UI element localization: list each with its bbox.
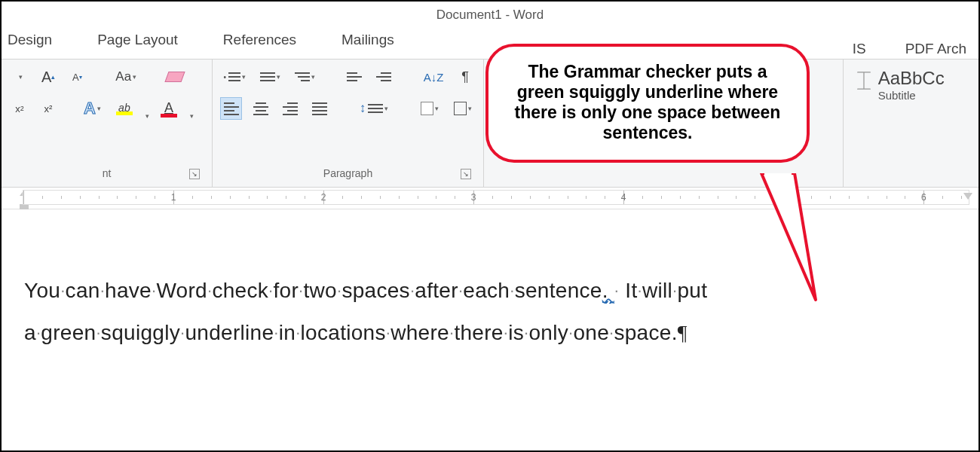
document-word: Word — [156, 279, 207, 302]
borders-icon — [454, 102, 467, 115]
style-subtitle[interactable]: ⌶ AaBbCc Subtitle — [851, 66, 971, 103]
space-mark-icon: · — [36, 323, 41, 342]
tab-references[interactable]: References — [219, 29, 301, 51]
highlight-swatch — [116, 111, 133, 115]
annotation-callout: The Grammar checker puts a green squiggl… — [485, 44, 810, 163]
document-word: put — [677, 279, 707, 302]
superscript-button[interactable]: x² — [38, 97, 59, 120]
increase-indent-icon — [376, 72, 391, 81]
right-indent-marker[interactable] — [963, 193, 972, 200]
align-left-button[interactable] — [220, 97, 242, 120]
font-group: ▾ A▴ A▾ Aa▾ x2 x² A▾ ab ▾ A — [2, 60, 213, 187]
document-word: sentence — [515, 279, 602, 302]
font-group-label: nt ↘ — [9, 164, 204, 184]
paragraph-group: ▾ ▾ ▾ A↓Z ¶ ↕▾ ▾ ▾ — [213, 60, 484, 187]
align-right-button[interactable] — [279, 97, 301, 120]
multilevel-icon — [295, 72, 310, 81]
paragraph-dialog-launcher[interactable]: ↘ — [461, 169, 471, 179]
decrease-indent-button[interactable] — [344, 66, 366, 88]
space-mark-icon: · — [274, 323, 278, 342]
document-word: after — [415, 279, 458, 302]
space-mark-icon: · — [152, 281, 156, 300]
text-effects-button[interactable]: A▾ — [80, 97, 105, 120]
change-case-icon: Aa — [115, 69, 131, 84]
space-mark-icon: · — [458, 281, 463, 300]
document-word: two — [303, 279, 336, 302]
hanging-indent-marker[interactable] — [20, 204, 29, 209]
document-line-2: a·green·squiggly·underline·in·locations·… — [24, 312, 956, 354]
justify-button[interactable] — [309, 97, 331, 120]
shading-icon — [421, 102, 433, 115]
document-word: check — [212, 279, 268, 302]
increase-indent-button[interactable] — [373, 66, 395, 88]
ruler-mark: 3 — [471, 192, 476, 203]
document-word: each — [463, 279, 510, 302]
multilevel-list-button[interactable]: ▾ — [291, 66, 318, 88]
tab-design[interactable]: Design — [3, 29, 57, 51]
grow-font-button[interactable]: A▴ — [38, 66, 59, 88]
space-mark-icon: · — [504, 323, 508, 342]
highlight-button[interactable]: ab — [112, 97, 136, 120]
ruler-mark: 4 — [621, 192, 626, 203]
paragraph-group-label: Paragraph ↘ — [220, 164, 476, 184]
window-title: Document1 - Word — [2, 2, 978, 24]
document-word: You — [24, 279, 60, 302]
ribbon-tabs-right: IS PDF Arch — [848, 38, 971, 60]
align-center-button[interactable] — [250, 97, 271, 120]
shading-button[interactable]: ▾ — [417, 97, 443, 120]
font-size-dropdown[interactable]: ▾ — [9, 66, 30, 88]
document-word: where — [390, 321, 449, 344]
tab-mailings[interactable]: Mailings — [337, 29, 399, 51]
space-mark-icon: · — [609, 323, 614, 342]
bullets-icon — [228, 72, 240, 81]
tab-pdf-architect[interactable]: PDF Arch — [901, 38, 971, 60]
document-word: have — [105, 279, 152, 302]
align-left-icon — [224, 102, 239, 115]
show-formatting-button[interactable]: ¶ — [455, 66, 476, 88]
document-word: for — [273, 279, 299, 302]
clear-formatting-button[interactable] — [163, 66, 187, 88]
ruler-mark: 1 — [171, 192, 176, 203]
tab-page-layout[interactable]: Page Layout — [93, 29, 182, 51]
document-word: green — [41, 321, 96, 344]
sort-button[interactable]: A↓Z — [420, 66, 447, 88]
bullets-button[interactable]: ▾ — [220, 66, 249, 88]
subscript-button[interactable]: x2 — [9, 97, 30, 120]
numbering-button[interactable]: ▾ — [256, 66, 283, 88]
document-word: there — [454, 321, 503, 344]
styles-group: ⌶ AaBbCc Subtitle — [843, 60, 978, 187]
space-mark-icon: · — [638, 281, 642, 300]
space-mark-icon: · — [410, 281, 415, 300]
document-word: can — [66, 279, 100, 302]
space-mark-icon: · — [60, 281, 65, 300]
space-mark-icon: · — [524, 323, 528, 342]
style-preview-text: AaBbCc — [878, 68, 945, 89]
space-mark-icon: · — [510, 281, 514, 300]
line-spacing-button[interactable]: ↕▾ — [356, 97, 391, 120]
document-word: It — [619, 279, 637, 302]
borders-button[interactable]: ▾ — [450, 97, 476, 120]
align-right-icon — [283, 102, 298, 115]
grammar-squiggle[interactable]: . — [602, 279, 614, 304]
document-word: underline — [185, 321, 274, 344]
change-case-button[interactable]: Aa▾ — [112, 66, 140, 88]
grow-font-icon: A — [41, 69, 51, 86]
shrink-font-button[interactable]: A▾ — [66, 66, 87, 88]
tab-addins-partial[interactable]: IS — [848, 38, 871, 60]
font-color-button[interactable]: A — [157, 97, 181, 120]
space-mark-icon: · — [449, 323, 454, 342]
ruler-mark: 6 — [921, 192, 926, 203]
numbering-icon — [260, 72, 275, 81]
space-mark-icon: · — [180, 323, 185, 342]
text-cursor-icon: ⌶ — [857, 67, 871, 92]
document-word: space. — [614, 321, 677, 344]
document-word: only — [528, 321, 568, 344]
ribbon-tabs: Design Page Layout References Mailings — [2, 24, 978, 60]
font-color-swatch — [161, 114, 177, 118]
space-mark-icon: · — [614, 281, 619, 300]
font-dialog-launcher[interactable]: ↘ — [189, 169, 200, 179]
document-word: one — [573, 321, 609, 344]
callout-tail-icon — [755, 173, 838, 316]
space-mark-icon: · — [96, 323, 100, 342]
space-mark-icon: · — [207, 281, 212, 300]
